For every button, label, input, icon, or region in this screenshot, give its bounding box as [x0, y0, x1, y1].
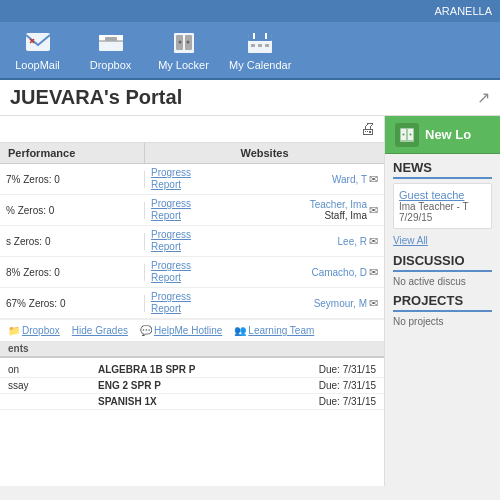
- list-item: ssay ENG 2 SPR P Due: 7/31/15: [0, 378, 384, 394]
- nav-loopmail[interactable]: LoopMail: [10, 29, 65, 71]
- nav-mycalendar-label: My Calendar: [229, 59, 291, 71]
- nav-dropbox[interactable]: Dropbox: [83, 29, 138, 71]
- news-item-title[interactable]: Guest teache: [399, 189, 486, 201]
- print-icon[interactable]: 🖨: [360, 120, 376, 138]
- svg-rect-13: [248, 35, 272, 41]
- svg-point-10: [178, 41, 181, 44]
- dropbox-link[interactable]: Dropbox: [22, 325, 60, 336]
- performance-table: 7% Zeros: 0 ProgressReport Ward, T ✉ % Z…: [0, 164, 384, 319]
- email-icon[interactable]: ✉: [369, 297, 378, 310]
- new-locker-button[interactable]: New Lo: [385, 116, 500, 154]
- teacher-info-1: Ward, T ✉: [332, 173, 378, 186]
- svg-point-22: [403, 133, 405, 135]
- websites-header: Websites: [145, 143, 384, 163]
- search-bar: 🖨: [0, 116, 384, 143]
- perf-cell-2: % Zeros: 0: [0, 202, 145, 219]
- nav-loopmail-label: LoopMail: [15, 59, 60, 71]
- learning-link-item: 👥 Learning Team: [234, 325, 314, 336]
- loopmail-icon: [22, 29, 54, 57]
- page-title-bar: JUEVARA's Portal ↗: [0, 80, 500, 116]
- view-all-link[interactable]: View All: [393, 235, 428, 246]
- nav-bar: LoopMail Dropbox My Locker: [0, 22, 500, 80]
- bottom-links-bar: 📁 Dropbox Hide Grades 💬 HelpMe Hotline 👥…: [0, 319, 384, 341]
- list-item: on ALGEBRA 1B SPR P Due: 7/31/15: [0, 362, 384, 378]
- news-item: Guest teache Ima Teacher - T 7/29/15: [393, 183, 492, 229]
- progress-report-link[interactable]: ProgressReport: [151, 167, 191, 191]
- dropbox-icon: [95, 29, 127, 57]
- assignments-label: ents: [0, 341, 384, 357]
- news-item-date: 7/29/15: [399, 212, 486, 223]
- table-row: % Zeros: 0 ProgressReport Teacher, Ima S…: [0, 195, 384, 226]
- hide-grades-link[interactable]: Hide Grades: [72, 325, 128, 336]
- main-layout: 🖨 Performance Websites 7% Zeros: 0 Progr…: [0, 116, 500, 486]
- svg-rect-18: [265, 44, 269, 47]
- assignments-section: on ALGEBRA 1B SPR P Due: 7/31/15 ssay EN…: [0, 357, 384, 414]
- table-row: 67% Zeros: 0 ProgressReport Seymour, M ✉: [0, 288, 384, 319]
- discussion-title: DISCUSSIO: [393, 253, 492, 272]
- table-row: 7% Zeros: 0 ProgressReport Ward, T ✉: [0, 164, 384, 195]
- perf-cell-1: 7% Zeros: 0: [0, 171, 145, 188]
- news-item-sub: Ima Teacher - T: [399, 201, 486, 212]
- perf-cell-3: s Zeros: 0: [0, 233, 145, 250]
- perf-cell-4: 8% Zeros: 0: [0, 264, 145, 281]
- performance-header: Performance: [0, 143, 145, 163]
- helpme-link-item: 💬 HelpMe Hotline: [140, 325, 222, 336]
- nav-mycalendar[interactable]: My Calendar: [229, 29, 291, 71]
- table-row: 8% Zeros: 0 ProgressReport Camacho, D ✉: [0, 257, 384, 288]
- website-cell-2: ProgressReport Teacher, Ima Staff, Ima ✉: [145, 195, 384, 225]
- locker-btn-icon: [395, 123, 419, 147]
- username-label: ARANELLA: [435, 5, 492, 17]
- locker-icon: [168, 29, 200, 57]
- new-locker-label: New Lo: [425, 127, 471, 142]
- progress-report-link[interactable]: ProgressReport: [151, 229, 191, 253]
- projects-section: PROJECTS No projects: [393, 293, 492, 327]
- svg-rect-17: [258, 44, 262, 47]
- email-icon[interactable]: ✉: [369, 235, 378, 248]
- progress-report-link[interactable]: ProgressReport: [151, 198, 191, 222]
- dropbox-link-item: 📁 Dropbox: [8, 325, 60, 336]
- email-icon[interactable]: ✉: [369, 173, 378, 186]
- calendar-icon: [244, 29, 276, 57]
- perf-cell-5: 67% Zeros: 0: [0, 295, 145, 312]
- website-cell-5: ProgressReport Seymour, M ✉: [145, 288, 384, 318]
- nav-dropbox-label: Dropbox: [90, 59, 132, 71]
- progress-report-link[interactable]: ProgressReport: [151, 291, 191, 315]
- list-item: SPANISH 1X Due: 7/31/15: [0, 394, 384, 410]
- teacher-info-4: Camacho, D ✉: [311, 266, 378, 279]
- section-headers: Performance Websites: [0, 143, 384, 164]
- svg-rect-16: [251, 44, 255, 47]
- website-cell-4: ProgressReport Camacho, D ✉: [145, 257, 384, 287]
- left-panel: 🖨 Performance Websites 7% Zeros: 0 Progr…: [0, 116, 385, 486]
- svg-rect-6: [105, 37, 117, 41]
- svg-rect-0: [26, 33, 50, 51]
- helpme-link[interactable]: HelpMe Hotline: [154, 325, 222, 336]
- cursor-indicator: ↗: [477, 88, 490, 107]
- website-cell-3: ProgressReport Lee, R ✉: [145, 226, 384, 256]
- website-cell-1: ProgressReport Ward, T ✉: [145, 164, 384, 194]
- teacher-info-3: Lee, R ✉: [338, 235, 378, 248]
- progress-report-link[interactable]: ProgressReport: [151, 260, 191, 284]
- table-row: s Zeros: 0 ProgressReport Lee, R ✉: [0, 226, 384, 257]
- projects-title: PROJECTS: [393, 293, 492, 312]
- teacher-info-2: Teacher, Ima Staff, Ima ✉: [310, 199, 378, 221]
- no-discussion-label: No active discus: [393, 276, 492, 287]
- news-title: NEWS: [393, 160, 492, 179]
- top-bar: ARANELLA: [0, 0, 500, 22]
- email-icon[interactable]: ✉: [369, 204, 378, 217]
- page-title: JUEVARA's Portal: [10, 86, 182, 109]
- learning-team-link[interactable]: Learning Team: [248, 325, 314, 336]
- no-projects-label: No projects: [393, 316, 492, 327]
- svg-point-11: [186, 41, 189, 44]
- svg-point-23: [410, 133, 412, 135]
- teacher-info-5: Seymour, M ✉: [314, 297, 378, 310]
- right-panel: New Lo NEWS Guest teache Ima Teacher - T…: [385, 116, 500, 486]
- nav-mylocker-label: My Locker: [158, 59, 209, 71]
- nav-mylocker[interactable]: My Locker: [156, 29, 211, 71]
- email-icon[interactable]: ✉: [369, 266, 378, 279]
- news-section: NEWS Guest teache Ima Teacher - T 7/29/1…: [385, 154, 500, 333]
- discussion-section: DISCUSSIO No active discus: [393, 253, 492, 287]
